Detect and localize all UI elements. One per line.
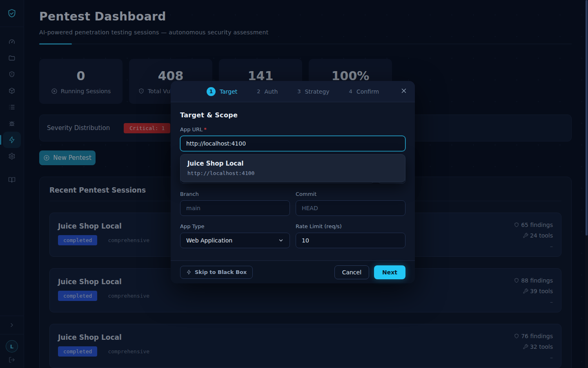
app-type-select[interactable]: Web Application [180,233,290,248]
cancel-button[interactable]: Cancel [334,265,369,279]
target-scope-form: Target & Scope App URL* Juice Shop Local… [171,102,415,260]
new-pentest-modal: 1 Target 2 Auth 3 Strategy 4 Confirm Tar… [171,81,415,283]
rate-limit-label: Rate Limit (req/s) [296,223,405,229]
step-strategy[interactable]: 3 Strategy [297,88,329,95]
close-icon[interactable] [400,87,408,94]
step-number: 2 [257,88,260,94]
step-target[interactable]: 1 Target [207,87,237,96]
app-type-value: Web Application [186,237,232,244]
step-number: 1 [207,87,216,96]
suggestion-title: Juice Shop Local [187,160,398,167]
modal-footer: Skip to Black Box Cancel Next [171,260,415,283]
url-suggestion-item[interactable]: Juice Shop Local http://localhost:4100 [180,154,405,182]
step-auth[interactable]: 2 Auth [257,88,278,95]
form-heading: Target & Scope [180,111,405,119]
step-label: Confirm [356,88,379,95]
step-label: Target [220,88,237,95]
rate-limit-input[interactable] [296,233,405,248]
step-confirm[interactable]: 4 Confirm [349,88,379,95]
scrollbar-thumb[interactable] [586,0,588,236]
suggestion-url: http://localhost:4100 [187,170,398,176]
required-asterisk: * [204,126,207,132]
scrollbar-track[interactable] [585,0,588,368]
step-label: Strategy [305,88,330,95]
step-label: Auth [265,88,278,95]
app-type-label: App Type [180,223,290,229]
step-number: 3 [297,88,301,94]
app-url-input[interactable] [180,136,405,151]
bolt-icon [186,269,192,275]
app-url-label: App URL* [180,126,405,132]
next-button[interactable]: Next [374,265,405,279]
wizard-steps: 1 Target 2 Auth 3 Strategy 4 Confirm [171,81,415,102]
branch-label: Branch [180,191,290,197]
branch-input[interactable] [180,200,290,216]
chevron-down-icon [278,238,284,243]
commit-label: Commit [296,191,405,197]
step-number: 4 [349,88,352,94]
commit-input[interactable] [296,200,405,216]
skip-black-box-button[interactable]: Skip to Black Box [180,266,253,279]
